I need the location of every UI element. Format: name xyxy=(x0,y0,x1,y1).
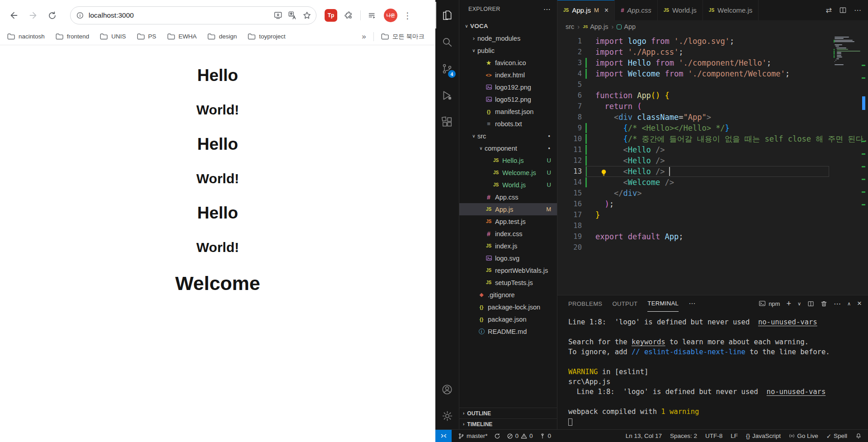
tree-item[interactable]: JSWorld.jsU xyxy=(459,179,557,191)
tree-item[interactable]: ∨public xyxy=(459,44,557,57)
minimap[interactable] xyxy=(834,33,860,295)
explorer-more-icon[interactable]: ⋯ xyxy=(543,5,551,14)
tree-item[interactable]: {}package-lock.json xyxy=(459,301,557,313)
code-editor[interactable]: 1import logo from './logo.svg';2import '… xyxy=(557,33,868,295)
reading-list-icon[interactable] xyxy=(368,11,377,20)
breadcrumb-item[interactable]: App xyxy=(617,23,636,30)
tree-item[interactable]: ≡robots.txt xyxy=(459,118,557,130)
terminal-dropdown-icon[interactable]: ∨ xyxy=(797,301,801,307)
timeline-section[interactable]: ›TIMELINE xyxy=(459,418,557,429)
split-editor-icon[interactable] xyxy=(839,6,847,14)
close-icon[interactable]: × xyxy=(604,6,609,14)
bookmark-folder[interactable]: design xyxy=(208,33,237,40)
tree-item[interactable]: {}manifest.json xyxy=(459,105,557,118)
bookmark-folder[interactable]: PS xyxy=(137,33,156,40)
terminal-output[interactable]: Line 1:8: 'logo' is defined but never us… xyxy=(557,312,868,427)
tree-item[interactable]: <>index.html xyxy=(459,69,557,81)
tab-terminal[interactable]: TERMINAL xyxy=(647,295,679,312)
new-terminal-icon[interactable]: + xyxy=(786,299,791,309)
terminal-link[interactable]: no-unused-vars xyxy=(758,318,817,326)
panel-more-actions-icon[interactable]: ⋯ xyxy=(834,299,841,308)
bookmark-folder[interactable]: frontend xyxy=(56,33,90,40)
split-terminal-icon[interactable] xyxy=(807,300,814,307)
kill-terminal-icon[interactable] xyxy=(821,300,827,307)
tree-item[interactable]: JSWelcome.jsU xyxy=(459,166,557,179)
bookmark-star-icon[interactable] xyxy=(302,11,311,20)
back-button[interactable] xyxy=(6,8,22,23)
tree-item[interactable]: ∨VOCA xyxy=(459,20,557,32)
activity-extensions[interactable] xyxy=(435,109,459,135)
shell-selector[interactable]: npm xyxy=(759,300,780,307)
activity-source-control[interactable]: 4 xyxy=(435,55,459,82)
branch-item[interactable]: master* xyxy=(458,432,488,439)
bookmark-folder[interactable]: toyproject xyxy=(248,33,286,40)
tree-item[interactable]: #index.css xyxy=(459,228,557,240)
site-info-icon[interactable] xyxy=(76,11,84,19)
activity-search[interactable] xyxy=(435,29,459,55)
tp-extension-icon[interactable]: Tp xyxy=(325,9,337,22)
indent-item[interactable]: Spaces: 2 xyxy=(670,432,697,439)
translate-icon[interactable] xyxy=(288,11,297,20)
tree-item[interactable]: JSApp.jsM xyxy=(459,203,557,215)
tree-item[interactable]: logo.svg xyxy=(459,252,557,264)
line-col-item[interactable]: Ln 13, Col 17 xyxy=(626,432,662,439)
close-panel-icon[interactable]: × xyxy=(857,299,862,308)
maximize-panel-icon[interactable]: ∧ xyxy=(847,301,851,307)
tab-problems[interactable]: PROBLEMS xyxy=(568,295,602,312)
tree-item[interactable]: ◆.gitignore xyxy=(459,289,557,301)
compare-changes-icon[interactable]: ⇄ xyxy=(826,6,832,14)
tree-item[interactable]: logo512.png xyxy=(459,93,557,105)
eol-item[interactable]: LF xyxy=(731,432,738,439)
activity-run-debug[interactable] xyxy=(435,82,459,109)
spell-item[interactable]: ✓ Spell xyxy=(826,432,847,440)
tree-item[interactable]: JSApp.test.js xyxy=(459,215,557,228)
problems-item[interactable]: 0 0 xyxy=(507,432,533,439)
editor-tab-App.css[interactable]: #App.css xyxy=(615,0,658,20)
breadcrumb-item[interactable]: JSApp.js xyxy=(583,23,608,30)
breadcrumb-item[interactable]: src xyxy=(566,23,574,30)
bookmark-folder[interactable]: EWHA xyxy=(167,33,197,40)
outline-section[interactable]: ›OUTLINE xyxy=(459,408,557,418)
address-bar[interactable]: localhost:3000 xyxy=(70,6,316,24)
encoding-item[interactable]: UTF-8 xyxy=(705,432,722,439)
language-item[interactable]: {} JavaScript xyxy=(746,432,781,439)
browser-menu-icon[interactable]: ⋮ xyxy=(403,10,412,21)
remote-indicator[interactable] xyxy=(435,430,452,442)
tree-item[interactable]: JSreportWebVitals.js xyxy=(459,264,557,276)
notifications-item[interactable] xyxy=(855,433,862,439)
profile-avatar[interactable]: 나은 xyxy=(384,9,397,22)
tree-item[interactable]: ∨src● xyxy=(459,130,557,142)
go-live-item[interactable]: Go Live xyxy=(789,432,818,439)
extensions-puzzle-icon[interactable] xyxy=(344,11,354,20)
bookmark-folder[interactable]: nacintosh xyxy=(7,33,45,40)
tree-item[interactable]: ∨component● xyxy=(459,142,557,154)
tree-item[interactable]: iREADME.md xyxy=(459,325,557,337)
editor-more-icon[interactable]: ⋯ xyxy=(854,6,861,14)
tree-item[interactable]: JSindex.js xyxy=(459,240,557,252)
forward-button[interactable] xyxy=(25,8,41,23)
tree-item[interactable]: {}package.json xyxy=(459,313,557,325)
install-app-icon[interactable] xyxy=(274,11,283,20)
bookmarks-overflow-chevron[interactable]: » xyxy=(362,32,366,41)
tree-item[interactable]: #App.css xyxy=(459,191,557,203)
refresh-button[interactable] xyxy=(44,8,60,23)
activity-explorer[interactable] xyxy=(435,2,459,29)
terminal-link[interactable]: keywords xyxy=(632,338,665,346)
editor-tab-App.js[interactable]: JSApp.jsM× xyxy=(557,0,615,20)
tree-item[interactable]: ›node_modules xyxy=(459,32,557,44)
tree-item[interactable]: JSsetupTests.js xyxy=(459,276,557,289)
activity-accounts[interactable] xyxy=(435,376,459,403)
bookmark-folder[interactable]: UNIS xyxy=(100,33,126,40)
editor-tab-World.js[interactable]: JSWorld.js xyxy=(658,0,703,20)
tree-item[interactable]: ★favicon.ico xyxy=(459,57,557,69)
ports-item[interactable]: 0 xyxy=(539,432,552,439)
panel-more-icon[interactable]: ⋯ xyxy=(689,299,695,308)
tree-item[interactable]: JSHello.jsU xyxy=(459,154,557,166)
sync-item[interactable] xyxy=(494,433,500,439)
tab-output[interactable]: OUTPUT xyxy=(612,295,637,312)
all-bookmarks-folder[interactable]: 모든 북마크 xyxy=(381,33,425,41)
activity-settings[interactable] xyxy=(435,403,459,429)
tree-item[interactable]: logo192.png xyxy=(459,81,557,93)
terminal-link[interactable]: no-unused-vars xyxy=(767,388,826,396)
editor-tab-Welcome.js[interactable]: JSWelcome.js xyxy=(703,0,759,20)
